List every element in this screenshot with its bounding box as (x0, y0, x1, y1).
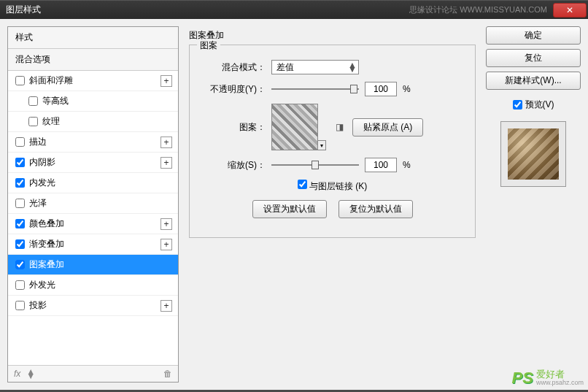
reset-button[interactable]: 复位 (486, 49, 581, 67)
preview-label: 预览(V) (525, 99, 554, 111)
style-row[interactable]: 内发光 (8, 173, 178, 193)
styles-sidebar: 样式 混合选项 斜面和浮雕+等高线纹理描边+内阴影+内发光光泽颜色叠加+渐变叠加… (7, 26, 179, 383)
close-button[interactable]: ✕ (553, 3, 587, 18)
group-legend: 图案 (197, 39, 220, 52)
new-style-button[interactable]: 新建样式(W)... (486, 72, 581, 90)
style-label-text: 图案叠加 (29, 258, 64, 271)
style-checkbox[interactable] (15, 239, 25, 249)
select-arrows-icon: ▲▼ (348, 63, 357, 72)
action-column: 确定 复位 新建样式(W)... 预览(V) (486, 26, 581, 383)
pattern-row: 图案： ▾ ◨ 贴紧原点 (A) (200, 104, 465, 150)
add-effect-icon[interactable]: + (160, 137, 172, 148)
trash-icon[interactable]: 🗑 (163, 369, 172, 379)
sidebar-header[interactable]: 样式 (8, 27, 178, 49)
scale-row: 缩放(S)： % (200, 158, 465, 172)
scale-slider[interactable] (271, 159, 359, 171)
add-effect-icon[interactable]: + (160, 239, 172, 250)
pattern-group: 图案 混合模式： 差值 ▲▼ 不透明度(Y)： % 图案： (189, 45, 476, 238)
scale-label: 缩放(S)： (200, 159, 266, 172)
style-row-label[interactable]: 内阴影 (15, 156, 55, 169)
style-row[interactable]: 渐变叠加+ (8, 234, 178, 255)
opacity-unit: % (403, 84, 411, 94)
style-row-label[interactable]: 纹理 (28, 115, 60, 128)
titlebar: 图层样式 思缘设计论坛 WWW.MISSYUAN.COM ✕ (0, 0, 588, 19)
style-row-label[interactable]: 内发光 (15, 177, 55, 189)
style-label-text: 外发光 (29, 279, 55, 291)
style-label-text: 等高线 (42, 95, 69, 107)
dialog-body: 样式 混合选项 斜面和浮雕+等高线纹理描边+内阴影+内发光光泽颜色叠加+渐变叠加… (0, 19, 588, 390)
new-preset-icon[interactable]: ◨ (332, 121, 347, 133)
move-down-icon[interactable]: ▼ (26, 374, 35, 378)
make-default-button[interactable]: 设置为默认值 (252, 200, 327, 218)
blend-mode-value: 差值 (276, 61, 294, 74)
style-checkbox[interactable] (15, 158, 25, 167)
add-effect-icon[interactable]: + (160, 218, 172, 230)
preview-toggle[interactable]: 预览(V) (486, 99, 581, 111)
fx-icon[interactable]: fx (14, 369, 20, 379)
style-row[interactable]: 内阴影+ (8, 153, 178, 173)
titlebar-watermark: 思缘设计论坛 WWW.MISSYUAN.COM (409, 4, 547, 15)
style-row-label[interactable]: 外发光 (15, 279, 55, 291)
style-row[interactable]: 等高线 (8, 91, 178, 112)
style-label-text: 投影 (29, 299, 47, 312)
add-effect-icon[interactable]: + (160, 157, 172, 169)
panel-title: 图案叠加 (189, 29, 476, 42)
style-checkbox[interactable] (15, 280, 25, 290)
style-checkbox[interactable] (15, 199, 25, 208)
link-checkbox-label[interactable]: 与图层链接 (K) (298, 180, 368, 193)
style-row-label[interactable]: 光泽 (15, 197, 47, 210)
style-row[interactable]: 外发光 (8, 275, 178, 296)
style-row-label[interactable]: 斜面和浮雕 (15, 74, 73, 87)
ok-button[interactable]: 确定 (486, 26, 581, 45)
opacity-label: 不透明度(Y)： (200, 83, 266, 96)
opacity-input[interactable] (365, 82, 397, 96)
style-checkbox[interactable] (15, 219, 25, 228)
preview-checkbox[interactable] (513, 100, 522, 109)
sidebar-subheader[interactable]: 混合选项 (8, 49, 178, 71)
titlebar-right: 思缘设计论坛 WWW.MISSYUAN.COM ✕ (409, 3, 588, 18)
blend-mode-label: 混合模式： (200, 61, 266, 74)
style-row-label[interactable]: 投影 (15, 299, 47, 312)
style-checkbox[interactable] (28, 117, 38, 126)
style-row[interactable]: 描边+ (8, 132, 178, 153)
style-checkbox[interactable] (15, 178, 25, 188)
style-row[interactable]: 光泽 (8, 193, 178, 214)
pattern-swatch[interactable] (271, 104, 318, 150)
style-checkbox[interactable] (15, 260, 25, 269)
scale-unit: % (403, 160, 411, 170)
style-label-text: 光泽 (29, 197, 47, 210)
style-label-text: 纹理 (42, 115, 60, 128)
opacity-row: 不透明度(Y)： % (200, 82, 465, 96)
style-row[interactable]: 颜色叠加+ (8, 214, 178, 234)
slider-thumb[interactable] (350, 85, 357, 93)
style-row[interactable]: 斜面和浮雕+ (8, 71, 178, 91)
style-row-label[interactable]: 颜色叠加 (15, 218, 64, 230)
style-row-label[interactable]: 描边 (15, 136, 47, 148)
blend-mode-select[interactable]: 差值 ▲▼ (271, 60, 359, 74)
add-effect-icon[interactable]: + (160, 75, 172, 87)
style-checkbox[interactable] (15, 76, 25, 85)
close-icon: ✕ (566, 5, 573, 15)
opacity-slider[interactable] (271, 83, 359, 95)
style-label-text: 内发光 (29, 177, 55, 189)
style-row[interactable]: 纹理 (8, 112, 178, 132)
slider-thumb[interactable] (312, 161, 319, 169)
style-checkbox[interactable] (28, 96, 38, 106)
scale-input[interactable] (365, 158, 397, 172)
style-row[interactable]: 投影+ (8, 296, 178, 316)
preview-thumbnail (508, 128, 559, 180)
styles-list: 斜面和浮雕+等高线纹理描边+内阴影+内发光光泽颜色叠加+渐变叠加+图案叠加外发光… (8, 71, 178, 365)
pattern-dropdown-icon[interactable]: ▾ (317, 140, 326, 150)
style-checkbox[interactable] (15, 137, 25, 147)
link-checkbox[interactable] (298, 180, 307, 189)
snap-origin-button[interactable]: 贴紧原点 (A) (352, 118, 423, 137)
style-row-label[interactable]: 图案叠加 (15, 258, 64, 271)
style-row-label[interactable]: 渐变叠加 (15, 238, 64, 250)
style-row-label[interactable]: 等高线 (28, 95, 69, 107)
options-panel: 图案叠加 图案 混合模式： 差值 ▲▼ 不透明度(Y)： % 图 (183, 26, 481, 383)
style-row[interactable]: 图案叠加 (8, 255, 178, 275)
add-effect-icon[interactable]: + (160, 300, 172, 312)
reset-default-button[interactable]: 复位为默认值 (339, 200, 413, 218)
style-label-text: 颜色叠加 (29, 218, 64, 230)
style-checkbox[interactable] (15, 301, 25, 310)
